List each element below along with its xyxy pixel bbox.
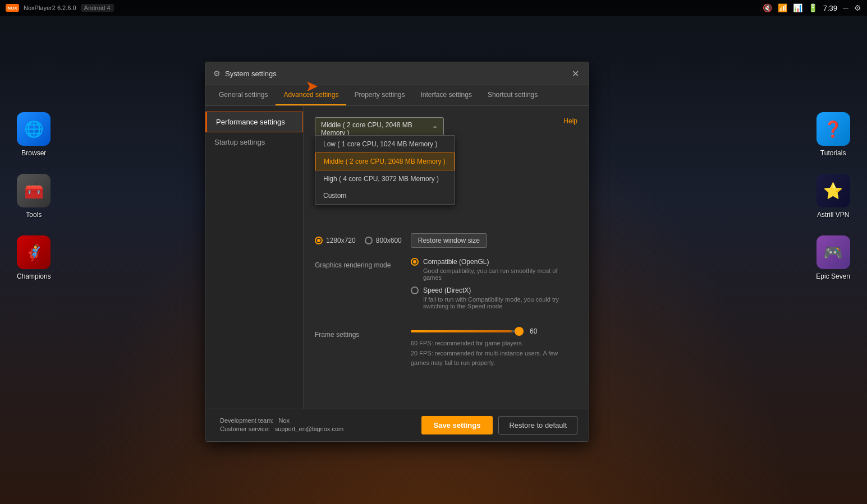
resolution-label-1280: 1280x720	[326, 237, 356, 244]
graphics-directx-label: Speed (DirectX)	[423, 286, 471, 294]
modal-footer: Development team: Nox Customer service: …	[205, 409, 589, 441]
modal-close-button[interactable]: ✕	[570, 68, 581, 79]
dev-team-label: Development team:	[220, 417, 273, 424]
tab-property[interactable]: Property settings	[346, 85, 412, 105]
modal-body: Performance settings Startup settings ➤ …	[205, 106, 589, 409]
resolution-option-800[interactable]: 800x600	[365, 237, 402, 244]
footer-info: Development team: Nox Customer service: …	[217, 417, 343, 434]
save-settings-button[interactable]: Save settings	[421, 416, 493, 434]
frame-hint-60fps: 60 FPS: recommended for game players	[411, 339, 577, 349]
graphics-row: Graphics rendering mode Compatible (Open…	[315, 258, 577, 315]
sidebar-item-performance[interactable]: Performance settings	[205, 112, 303, 132]
sidebar-item-startup[interactable]: Startup settings	[205, 132, 303, 152]
modal-header: ⚙ System settings ✕	[205, 62, 589, 85]
dev-team-row: Development team: Nox	[217, 417, 343, 424]
graphics-opengl-label: Compatible (OpenGL)	[423, 258, 489, 266]
radio-dot-directx	[411, 286, 419, 294]
performance-dropdown-value: Middle ( 2 core CPU, 2048 MB Memory )	[321, 121, 432, 137]
system-settings-modal: ⚙ System settings ✕ General settings Adv…	[205, 62, 589, 442]
graphics-opengl-title[interactable]: Compatible (OpenGL)	[411, 258, 577, 266]
radio-dot-opengl	[411, 258, 419, 266]
chevron-icon: ⌃	[432, 125, 438, 133]
graphics-opengl-desc: Good compatibility, you can run smoothly…	[423, 267, 577, 281]
resolution-radio-group: 1280x720 800x600	[315, 237, 402, 244]
frame-slider-thumb[interactable]	[515, 327, 524, 336]
frame-slider-track[interactable]	[411, 330, 523, 332]
performance-dropdown-menu: Low ( 1 core CPU, 1024 MB Memory ) Middl…	[315, 135, 455, 205]
dropdown-option-middle[interactable]: Middle ( 2 core CPU, 2048 MB Memory )	[315, 152, 455, 170]
modal-title: System settings	[225, 70, 277, 78]
modal-header-left: ⚙ System settings	[213, 69, 277, 78]
modal-tabs: General settings Advanced settings Prope…	[205, 85, 589, 106]
tab-shortcut[interactable]: Shortcut settings	[480, 85, 545, 105]
performance-dropdown-container: Middle ( 2 core CPU, 2048 MB Memory ) ⌃ …	[315, 117, 577, 141]
radio-dot-800	[365, 237, 373, 244]
graphics-directx: Speed (DirectX) If fail to run with Comp…	[411, 286, 577, 309]
arrow-indicator: ➤	[305, 77, 318, 95]
footer-buttons: Save settings Restore to default	[421, 416, 577, 434]
graphics-control: Compatible (OpenGL) Good compatibility, …	[411, 258, 577, 315]
resolution-option-1280[interactable]: 1280x720	[315, 237, 356, 244]
graphics-label: Graphics rendering mode	[315, 258, 402, 269]
customer-service-value: support_en@bignox.com	[275, 426, 343, 432]
frame-slider-container: 60	[411, 327, 577, 335]
dropdown-option-custom[interactable]: Custom	[315, 187, 455, 204]
frame-slider-value: 60	[530, 327, 544, 335]
frame-label: Frame settings	[315, 327, 402, 339]
frame-control: 60 60 FPS: recommended for game players …	[411, 327, 577, 368]
tab-general[interactable]: General settings	[211, 85, 276, 105]
modal-overlay: ⚙ System settings ✕ General settings Adv…	[0, 0, 867, 504]
restore-window-button[interactable]: Restore window size	[411, 233, 487, 248]
graphics-directx-desc: If fail to run with Compatibility mode, …	[423, 296, 577, 309]
frame-row: Frame settings 60 60 FPS: recommended	[315, 327, 577, 368]
restore-default-button[interactable]: Restore to default	[498, 416, 577, 434]
frame-slider-fill	[411, 330, 512, 332]
resolution-row: 1280x720 800x600 Restore window size	[315, 233, 577, 248]
modal-sidebar: Performance settings Startup settings	[205, 106, 304, 409]
tab-interface[interactable]: Interface settings	[413, 85, 480, 105]
dropdown-option-high[interactable]: High ( 4 core CPU, 3072 MB Memory )	[315, 170, 455, 187]
dev-team-value: Nox	[278, 417, 290, 424]
desktop: NOX NoxPlayer2 6.2.6.0 Android 4 🔇 📶 📊 🔋…	[0, 0, 867, 504]
customer-service-row: Customer service: support_en@bignox.com	[217, 426, 343, 432]
resolution-label-800: 800x600	[376, 237, 402, 244]
graphics-directx-title[interactable]: Speed (DirectX)	[411, 286, 577, 294]
frame-hint-20fps: 20 FPS: recommended for multi-instance u…	[411, 349, 577, 368]
frame-hints: 60 FPS: recommended for game players 20 …	[411, 339, 577, 368]
dropdown-option-low[interactable]: Low ( 1 core CPU, 1024 MB Memory )	[315, 136, 455, 152]
gear-icon: ⚙	[213, 69, 221, 78]
radio-dot-1280	[315, 237, 323, 244]
graphics-opengl: Compatible (OpenGL) Good compatibility, …	[411, 258, 577, 281]
modal-content: Help Middle ( 2 core CPU, 2048 MB Memory…	[304, 106, 589, 409]
customer-service-label: Customer service:	[220, 426, 270, 432]
